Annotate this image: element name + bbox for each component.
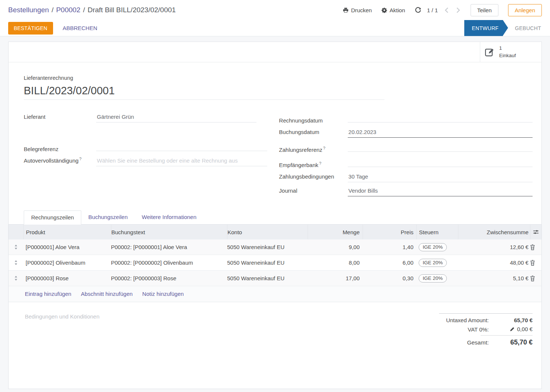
chevron-left-icon[interactable] [444, 7, 449, 14]
cell-subtotal: 5,10 € [458, 275, 530, 281]
bill-reference-field[interactable] [96, 141, 267, 151]
cell-label[interactable]: P00002: [P0000001] Aloe Vera [111, 244, 227, 250]
cancel-button[interactable]: ABBRECHEN [63, 25, 97, 31]
payment-terms-label: Zahlungsbedingungen [279, 173, 348, 180]
breadcrumb-bestellungen[interactable]: Bestellungen [8, 6, 49, 14]
cell-product[interactable]: [P0000003] Rose [23, 275, 111, 281]
vendor-field[interactable]: Gärtnerei Grün [96, 112, 256, 122]
journal-label: Journal [279, 187, 348, 194]
cell-qty[interactable]: 8,00 [308, 259, 363, 266]
untaxed-amount-label: Untaxed Amount: [446, 317, 489, 323]
table-row[interactable]: [P0000002] Olivenbaum P00002: [P0000002]… [9, 255, 541, 271]
add-note-link[interactable]: Notiz hinzufügen [142, 291, 184, 297]
create-button[interactable]: Anlegen [508, 4, 542, 16]
cell-account[interactable]: 5050 Wareneinkauf EU [227, 244, 308, 250]
state-entwurf: ENTWURF [464, 20, 503, 36]
vat-value: 0,00 € [517, 326, 533, 332]
tax-badge: IGE 20% [419, 274, 447, 282]
trash-icon[interactable] [530, 275, 541, 281]
cell-tax[interactable]: IGE 20% [416, 259, 458, 267]
action-label: Aktion [390, 7, 405, 13]
breadcrumb-p00002[interactable]: P00002 [56, 6, 81, 14]
gear-icon [382, 7, 387, 13]
vendor-label: Lieferant [24, 114, 96, 120]
header-price: Preis [363, 225, 416, 239]
field-row-zahlungsbedingungen: Zahlungsbedingungen 30 Tage [279, 172, 533, 182]
statusbar-states: ENTWURF GEBUCHT [464, 20, 550, 36]
cell-price[interactable]: 6,00 [363, 259, 416, 266]
totals-divider [481, 335, 533, 336]
autocomplete-label: Autovervollständigung? [24, 157, 96, 164]
table-row[interactable]: [P0000003] Rose P00002: [P0000003] Rose … [9, 271, 541, 286]
terms-field[interactable]: Bedingungen und Konditionen [25, 313, 248, 349]
form-sheet: 1 Einkauf Lieferantenrechnung BILL/2023/… [8, 42, 542, 389]
cell-tax[interactable]: IGE 20% [416, 274, 458, 282]
cell-price[interactable]: 1,40 [363, 244, 416, 250]
chevron-right-icon[interactable] [455, 7, 461, 14]
tab-buchungszeilen[interactable]: Buchungszeilen [81, 210, 135, 225]
cell-label[interactable]: P00002: [P0000003] Rose [111, 275, 227, 281]
autocomplete-field[interactable]: Wählen Sie eine Bestellung oder eine alt… [96, 156, 267, 166]
smart-button-label: Einkauf [499, 52, 516, 59]
notebook-tabs: Rechnungszeilen Buchungszeilen Weitere I… [9, 210, 541, 225]
add-line-link[interactable]: Eintrag hinzufügen [25, 291, 71, 297]
cell-qty[interactable]: 9,00 [308, 244, 363, 250]
doc-name-field[interactable]: BILL/2023/02/0001 [24, 85, 384, 100]
purchase-smart-button[interactable]: 1 Einkauf [480, 42, 541, 62]
payment-reference-field[interactable] [348, 142, 533, 152]
tax-badge: IGE 20% [419, 259, 447, 267]
sheet-header: 1 Einkauf [9, 42, 541, 62]
header-tax: Steuern [416, 225, 458, 239]
header-product: Produkt [23, 225, 111, 239]
breadcrumb-current: Draft Bill BILL/2023/02/0001 [88, 6, 176, 14]
confirm-button[interactable]: BESTÄTIGEN [8, 22, 53, 35]
field-row-belegreferenz: Belegreferenz [24, 141, 267, 152]
drag-handle-icon[interactable] [9, 260, 23, 265]
field-row-lieferant: Lieferant Gärtnerei Grün [24, 112, 267, 122]
optional-columns-icon[interactable] [533, 229, 539, 235]
header-label: Buchungstext [111, 225, 227, 239]
pager: 1 / 1 [415, 7, 461, 14]
help-icon: ? [319, 161, 321, 166]
cell-account[interactable]: 5050 Wareneinkauf EU [227, 275, 308, 281]
share-button[interactable]: Teilen [471, 4, 498, 16]
refresh-icon[interactable] [415, 7, 421, 13]
totals-block: Untaxed Amount: 65,70 € VAT 0%: 0,00 € G… [439, 313, 533, 349]
action-menu-button[interactable]: Aktion [382, 7, 405, 13]
cell-qty[interactable]: 17,00 [308, 275, 363, 281]
invoice-lines-table: Produkt Buchungstext Konto Menge Preis S… [9, 225, 541, 302]
drag-handle-icon[interactable] [9, 276, 23, 281]
field-row-empfaengerbank: Empfängerbank? [279, 157, 533, 168]
add-section-link[interactable]: Abschnitt hinzufügen [81, 291, 132, 297]
trash-icon[interactable] [530, 244, 541, 250]
drag-handle-icon[interactable] [9, 245, 23, 249]
vat-row: VAT 0%: 0,00 € [439, 326, 533, 333]
header-account: Konto [227, 225, 308, 239]
cell-product[interactable]: [P0000001] Aloe Vera [23, 244, 111, 250]
cell-label[interactable]: P00002: [P0000002] Olivenbaum [111, 259, 227, 266]
invoice-date-label: Rechnungsdatum [279, 117, 348, 124]
payment-terms-field[interactable]: 30 Tage [348, 172, 533, 182]
tax-badge: IGE 20% [419, 243, 447, 251]
help-icon: ? [79, 157, 82, 161]
accounting-date-label: Buchungsdatum [279, 129, 348, 135]
cell-price[interactable]: 0,30 [363, 275, 416, 281]
tab-weitere-informationen[interactable]: Weitere Informationen [135, 210, 203, 225]
recipient-bank-field[interactable] [348, 157, 533, 167]
trash-icon[interactable] [530, 260, 541, 266]
cell-subtotal: 12,60 € [458, 244, 530, 250]
breadcrumb: Bestellungen / P00002 / Draft Bill BILL/… [8, 6, 176, 14]
journal-field[interactable]: Vendor Bills [348, 186, 533, 196]
recipient-bank-label: Empfängerbank? [279, 161, 348, 168]
table-row[interactable]: [P0000001] Aloe Vera P00002: [P0000001] … [9, 239, 541, 255]
cell-product[interactable]: [P0000002] Olivenbaum [23, 259, 111, 266]
cell-account[interactable]: 5050 Wareneinkauf EU [227, 259, 308, 266]
pencil-icon[interactable] [510, 327, 515, 331]
print-button[interactable]: Drucken [343, 7, 372, 13]
invoice-date-field[interactable] [348, 112, 533, 122]
tab-rechnungszeilen[interactable]: Rechnungszeilen [24, 210, 81, 225]
state-gebucht: GEBUCHT [503, 20, 550, 36]
untaxed-amount-row: Untaxed Amount: 65,70 € [439, 317, 533, 323]
cell-tax[interactable]: IGE 20% [416, 243, 458, 251]
accounting-date-field[interactable]: 20.02.2023 [348, 128, 533, 138]
